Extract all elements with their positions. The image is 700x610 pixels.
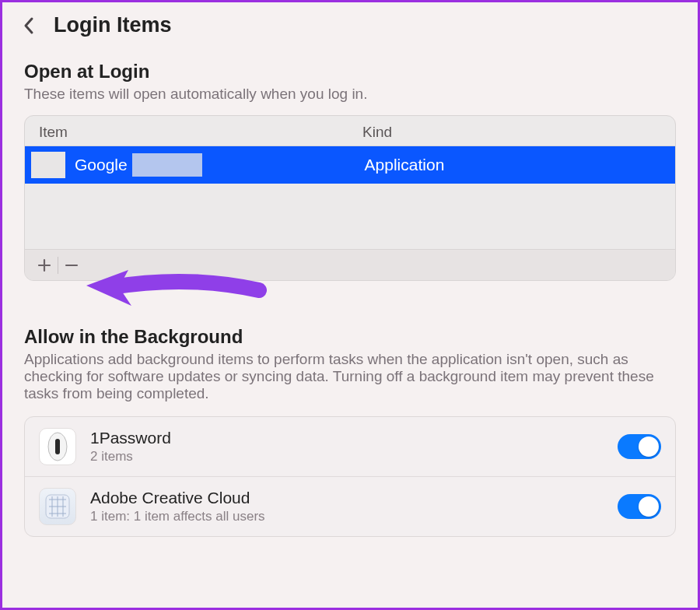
allow-background-heading: Allow in the Background xyxy=(24,326,676,348)
app-icon xyxy=(31,152,65,178)
table-footer xyxy=(25,249,675,280)
table-row[interactable]: Google Application xyxy=(25,146,675,184)
open-at-login-subtext: These items will open automatically when… xyxy=(24,86,676,103)
adobe-cc-icon xyxy=(39,488,76,525)
bg-item-name: Adobe Creative Cloud xyxy=(90,489,604,507)
list-item: Adobe Creative Cloud 1 item: 1 item affe… xyxy=(25,476,675,536)
redacted-text xyxy=(132,153,202,177)
add-button[interactable] xyxy=(31,252,58,279)
col-item-header: Item xyxy=(39,124,362,141)
remove-button[interactable] xyxy=(58,252,85,279)
bg-item-sub: 1 item: 1 item affects all users xyxy=(90,509,604,524)
list-item: 1Password 2 items xyxy=(25,417,675,476)
svg-point-2 xyxy=(55,440,60,444)
page-title: Login Items xyxy=(54,13,172,37)
bg-item-sub: 2 items xyxy=(90,449,604,465)
background-items-list: 1Password 2 items Adobe Creative Cloud 1… xyxy=(24,416,676,537)
back-button[interactable] xyxy=(19,16,38,35)
bg-item-name: 1Password xyxy=(90,429,604,447)
toggle-1password[interactable] xyxy=(618,434,661,459)
row-item-name: Google xyxy=(75,156,128,174)
open-at-login-heading: Open at Login xyxy=(24,61,676,82)
table-header: Item Kind xyxy=(25,116,675,146)
row-kind: Application xyxy=(365,156,661,174)
allow-background-subtext: Applications add background items to per… xyxy=(24,351,676,402)
col-kind-header: Kind xyxy=(362,124,661,141)
onepassword-icon xyxy=(39,428,76,465)
toggle-adobe-cc[interactable] xyxy=(618,494,661,519)
login-items-table: Item Kind Google Application xyxy=(24,115,676,281)
